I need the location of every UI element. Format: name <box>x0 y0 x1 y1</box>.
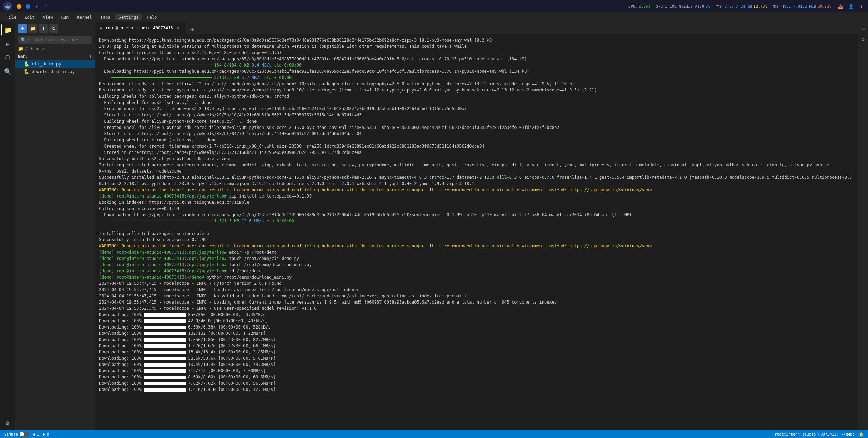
activity-search[interactable]: 🔍 <box>1 65 14 78</box>
terminal-line: (demo) root@intern-studio-40073413:/opt/… <box>99 249 853 255</box>
sort-icon[interactable]: ↑ <box>89 54 92 59</box>
upload-button[interactable]: ⬆ <box>39 24 48 33</box>
top-icons-right: 📤 👤 ℹ <box>837 2 865 10</box>
file-name-download-mini: download_mini.py <box>32 69 75 74</box>
terminal-line: Downloading: 100% 13.4k/13.4k [00:00<00:… <box>99 349 853 355</box>
terminals-count[interactable]: ▶ 0 <box>43 432 49 437</box>
terminals-val: 0 <box>47 432 50 437</box>
editor-area: ▶ root@intern-studio-40073413 × + Downlo… <box>95 22 858 430</box>
search-input[interactable] <box>28 37 89 42</box>
terminal-line: Downloading https://pypi.tuna.tsinghua.e… <box>99 212 853 218</box>
terminal-line: Building wheel for oss2 (setup.py) ... d… <box>99 99 853 106</box>
open-folder-button[interactable]: 📁 <box>28 24 37 33</box>
terminal-line: Successfully installed sentencepiece-0.1… <box>99 237 853 243</box>
file-item-cli-demo[interactable]: 🐍 cli_demo.py <box>15 60 95 68</box>
tab-terminal-icon: ▶ <box>100 26 103 30</box>
send-icon[interactable]: 📤 <box>837 2 844 10</box>
activity-run[interactable]: ▶ <box>1 37 14 50</box>
tb-icon-circle[interactable]: ◯ <box>42 2 50 10</box>
path-text: root@intern-studio-40073413: ~/demo <box>775 432 855 437</box>
tab-terminal-label: root@intern-studio-40073413 <box>106 26 173 30</box>
terminal-line: Stored in directory: /root/.cache/pip/wh… <box>99 131 853 137</box>
sidebar-toolbar: + 📁 ⬆ ↻ <box>15 22 95 35</box>
terminal-line: WARNING: Running pip as the 'root' user … <box>99 243 853 249</box>
terminal-line: k-kms, oss2, datasets, modelscope <box>99 168 853 174</box>
terminal[interactable]: Downloading https://pypi.tuna.tsinghua.e… <box>95 34 858 430</box>
tb-icon-blue[interactable]: 🔵 <box>24 2 32 10</box>
top-bar-colored-icons: 🟠 🔵 ⚡ ◯ <box>15 2 50 10</box>
menu-run[interactable]: Run <box>58 14 72 20</box>
py-icon-cli: 🐍 <box>24 61 29 67</box>
terminal-line: 2024-04-04 19:53:52,345 - modelscope - I… <box>99 305 853 312</box>
terminal-line: ━━━━━━━━━━━━━━━━━━━━━━━━━━━━━━━━━━━━━━━━… <box>99 218 853 224</box>
kernels-count[interactable]: ◉ 1 <box>33 432 39 437</box>
terminal-icon: ▶ <box>43 432 46 437</box>
terminal-line: Building wheel for aliyun-python-sdk-cor… <box>99 118 853 124</box>
disk-label: 显存 <box>773 4 780 9</box>
menu-view[interactable]: View <box>39 14 56 20</box>
terminal-line: Downloading: 100% 713/713 [00:00<00:00, … <box>99 368 853 374</box>
activity-settings[interactable]: ⚙ <box>1 417 14 429</box>
app-logo: 🐳 <box>3 1 12 11</box>
mem-val: 3.07 / 24 GB <box>725 4 752 9</box>
tab-add-button[interactable]: + <box>187 24 197 34</box>
tab-close-button[interactable]: × <box>176 25 180 31</box>
terminal-line: Downloading: 100% 1.85G/1.85G [00:23<00:… <box>99 336 853 343</box>
file-explorer: Name ↑ 🐍 cli_demo.py 🐍 download_mini.py <box>15 53 95 430</box>
right-gear-icon[interactable]: ⚙ <box>859 25 867 33</box>
terminal-line <box>99 224 853 230</box>
right-gear2-icon[interactable]: ⚙ <box>859 35 867 43</box>
menu-edit[interactable]: Edit <box>21 14 38 20</box>
new-file-button[interactable]: + <box>18 24 27 33</box>
folder-icon: 📁 <box>18 46 23 51</box>
info-icon[interactable]: ℹ <box>858 2 865 10</box>
terminal-line: Requirement already satisfied: cffi>=1.1… <box>99 81 853 87</box>
mem-pct: 12.78% <box>753 4 767 9</box>
tb-icon-vscode[interactable]: ⚡ <box>33 2 41 10</box>
refresh-button[interactable]: ↻ <box>49 24 58 33</box>
terminal-line: 2024-04-04 19:53:47,415 - modelscope - I… <box>99 287 853 293</box>
simple-label: Simple <box>4 432 18 437</box>
cpu-info: CPU: 8.06% <box>628 4 651 9</box>
tab-bar: ▶ root@intern-studio-40073413 × + <box>95 22 858 34</box>
breadcrumb-path: / demo / <box>25 46 45 51</box>
breadcrumb: 📁 / demo / <box>15 45 95 53</box>
top-bar-right: CPU: 8.06% GPU:1 10% Nvidia A100 0% 内存 3… <box>628 2 865 10</box>
terminal-line: Downloading https://pypi.tuna.tsinghua.e… <box>99 68 853 75</box>
menu-file[interactable]: File <box>3 14 20 20</box>
menu-settings[interactable]: Settings <box>115 14 142 20</box>
simple-toggle[interactable]: Simple <box>4 432 29 437</box>
person-icon[interactable]: 👤 <box>847 2 855 10</box>
tb-icon-orange[interactable]: 🟠 <box>15 2 23 10</box>
explorer-header: Name ↑ <box>15 53 95 60</box>
terminal-line: 2024-04-04 19:53:47,415 - modelscope - I… <box>99 299 853 305</box>
mem-label: 内存 <box>716 4 723 9</box>
bell-button[interactable]: 🔔 <box>859 432 864 437</box>
mem-info: 内存 3.07 / 24 GB 12.78% <box>716 4 767 9</box>
top-bar-left: 🐳 🟠 🔵 ⚡ ◯ <box>3 1 50 11</box>
activity-files[interactable]: 📁 <box>1 24 14 36</box>
tab-terminal[interactable]: ▶ root@intern-studio-40073413 × <box>95 22 186 34</box>
menu-tabs[interactable]: Tabs <box>97 14 114 20</box>
menu-kernel[interactable]: Kernel <box>73 14 95 20</box>
menu-help[interactable]: Help <box>143 14 160 20</box>
terminal-line: Downloading: 100% 58.6k/58.6k [00:00<00:… <box>99 355 853 361</box>
main-content: 📁 ▶ ⎔ 🔍 ⚙ + 📁 ⬆ ↻ 🔍 📁 / demo / Name ↑ <box>0 22 868 430</box>
toggle-control[interactable] <box>19 432 29 437</box>
terminal-line: Downloading: 100% 1.41M/1.41M [00:00<00:… <box>99 386 853 393</box>
terminal-line: (demo) root@intern-studio-40073413:/opt/… <box>99 255 853 262</box>
status-left: Simple ◉ 1 ▶ 0 <box>4 432 49 437</box>
terminal-line: Created wheel for crcmod: filename=crcmo… <box>99 143 853 149</box>
terminal-line: Downloading: 100% 6.38k/6.38k [00:00<00:… <box>99 324 853 330</box>
file-item-download-mini[interactable]: 🐍 download_mini.py <box>15 68 95 75</box>
terminal-line: Downloading https://pypi.tuna.tsinghua.e… <box>99 37 853 43</box>
top-bar: 🐳 🟠 🔵 ⚡ ◯ CPU: 8.06% GPU:1 10% Nvidia A1… <box>0 0 868 12</box>
terminal-line: ━━━━━━━━━━━━━━━━━━━━━━━━━━━━━━━━━━━━━━━━… <box>99 62 853 68</box>
terminal-line: Looking in indexes: https://pypi.tuna.ts… <box>99 199 853 205</box>
terminal-line: Downloading: 100% 7.62k/7.62k [00:00<00:… <box>99 380 853 386</box>
terminal-line: Installing collected packages: sortedcon… <box>99 162 853 168</box>
terminal-line: Downloading: 100% 132/132 [00:00<00:00, … <box>99 330 853 336</box>
activity-extension[interactable]: ⎔ <box>1 51 14 64</box>
search-icon: 🔍 <box>21 37 26 42</box>
cpu-label: CPU: <box>628 4 638 9</box>
